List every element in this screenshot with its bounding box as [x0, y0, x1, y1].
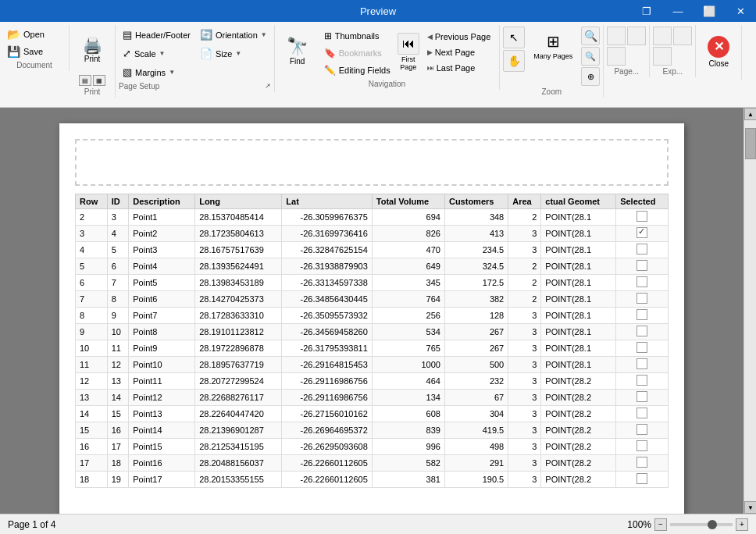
table-cell-5-3: 28.14270425373: [195, 291, 282, 308]
table-cell-8-3: 28.19722896878: [195, 340, 282, 357]
checkbox-11[interactable]: [637, 391, 647, 402]
table-cell-3-6: 324.5: [444, 258, 508, 275]
page-setup-expand-icon[interactable]: ↗: [265, 82, 271, 90]
scroll-track[interactable]: [744, 120, 756, 501]
binoculars-icon: 🔭: [287, 38, 308, 55]
zoom-slider[interactable]: [670, 523, 733, 526]
table-cell-16-3: 28.20153355155: [195, 472, 282, 488]
checkbox-3[interactable]: [637, 260, 647, 271]
table-cell-14-2: Point15: [129, 439, 195, 455]
data-table: Row ID Description Long Lat Total Volume…: [75, 194, 669, 488]
prev-page-triangle: ◀: [427, 33, 433, 41]
page-paper: Row ID Description Long Lat Total Volume…: [59, 123, 684, 514]
print-button[interactable]: 🖨️ Print: [73, 27, 112, 73]
table-cell-3-9: [616, 258, 669, 275]
checkbox-0[interactable]: [637, 211, 647, 222]
checkbox-7[interactable]: [637, 326, 647, 336]
table-cell-4-1: 7: [107, 275, 129, 291]
page-icon2[interactable]: [627, 27, 646, 45]
scroll-thumb[interactable]: [745, 128, 756, 159]
open-button[interactable]: 📂 Open: [3, 27, 66, 42]
checkbox-8[interactable]: [637, 342, 647, 353]
table-cell-11-0: 13: [76, 390, 108, 406]
close-window-button[interactable]: ✕: [725, 0, 756, 22]
find-button[interactable]: 🔭 Find: [278, 27, 317, 77]
prev-page-button[interactable]: ◀ Previous Page: [422, 30, 497, 44]
checkbox-16[interactable]: [637, 473, 647, 484]
hand-tool-button[interactable]: ✋: [503, 50, 525, 72]
many-pages-button[interactable]: ⊞ Many Pages: [526, 27, 579, 66]
table-cell-7-1: 10: [107, 324, 129, 340]
many-pages-icon: ⊞: [547, 32, 560, 51]
scale-button[interactable]: ⤢ Scale ▼: [119, 45, 194, 62]
zoom-increase-button[interactable]: +: [736, 518, 748, 531]
table-cell-10-8: POINT(28.2: [541, 373, 616, 390]
margins-button[interactable]: ▧ Margins ▼: [119, 64, 194, 80]
last-page-button[interactable]: ⏭ Last Page: [422, 61, 497, 75]
checkbox-2[interactable]: [637, 244, 647, 255]
checkbox-13[interactable]: [637, 424, 647, 435]
checkbox-10[interactable]: [637, 375, 647, 386]
size-button[interactable]: 📄 Size ▼: [196, 45, 271, 62]
thumbnails-button[interactable]: ⊞ Thumbnails: [320, 28, 394, 44]
checkbox-12[interactable]: [637, 408, 647, 418]
next-page-button[interactable]: ▶ Next Page: [422, 45, 497, 59]
export-icon1[interactable]: [653, 27, 672, 45]
table-row: 78Point628.14270425373-26.34856430445764…: [76, 291, 669, 308]
checkbox-4[interactable]: [637, 276, 647, 287]
table-cell-15-5: 582: [372, 455, 444, 472]
first-page-button[interactable]: ⏮: [398, 33, 419, 55]
table-cell-9-8: POINT(28.1: [541, 357, 616, 373]
table-cell-11-6: 67: [444, 390, 508, 406]
table-cell-15-1: 18: [107, 455, 129, 472]
zoom-out-button[interactable]: 🔍: [581, 47, 600, 66]
table-cell-1-7: 3: [508, 226, 541, 242]
save-button[interactable]: 💾 Save: [3, 44, 66, 59]
table-row: 1314Point1228.22688276117-26.29116986756…: [76, 390, 669, 406]
zoom-in-button[interactable]: 🔍: [581, 27, 600, 45]
checkbox-15[interactable]: [637, 457, 647, 468]
col-header-id: ID: [107, 194, 129, 209]
table-cell-9-3: 28.18957637719: [195, 357, 282, 373]
restore-button[interactable]: ❐: [631, 0, 662, 22]
page-canvas[interactable]: Row ID Description Long Lat Total Volume…: [0, 108, 744, 514]
close-preview-button[interactable]: ✕ Close: [699, 27, 738, 77]
scroll-up-button[interactable]: ▲: [744, 108, 756, 120]
table-cell-3-4: -26.31938879903: [282, 258, 372, 275]
bookmarks-button[interactable]: 🔖 Bookmarks: [320, 45, 394, 61]
table-row: 1819Point1728.20153355155-26.22660112605…: [76, 472, 669, 488]
table-cell-6-2: Point7: [129, 308, 195, 324]
ribbon-group-document: 📂 Open 💾 Save Document: [0, 25, 70, 71]
table-cell-14-7: 3: [508, 439, 541, 455]
checkbox-1[interactable]: ✓: [637, 227, 647, 238]
export-icon2[interactable]: [673, 27, 692, 45]
header-footer-button[interactable]: ▤ Header/Footer: [119, 27, 194, 43]
table-cell-10-6: 232: [444, 373, 508, 390]
page-icon3[interactable]: [607, 47, 626, 66]
table-row: 67Point528.13983453189-26.33134597338345…: [76, 275, 669, 291]
orientation-button[interactable]: 🔄 Orientation ▼: [196, 27, 271, 43]
margins-dropdown-icon: ▼: [169, 69, 175, 76]
table-cell-14-1: 17: [107, 439, 129, 455]
table-cell-10-3: 28.20727299524: [195, 373, 282, 390]
editing-fields-button[interactable]: ✏️ Editing Fields: [320, 62, 394, 78]
table-cell-16-6: 190.5: [444, 472, 508, 488]
checkbox-5[interactable]: [637, 293, 647, 304]
zoom-options-button[interactable]: ⊕: [581, 67, 600, 86]
page-icon1[interactable]: [607, 27, 626, 45]
export-icon3[interactable]: [653, 47, 672, 66]
side-scrollbar[interactable]: ▲ ▼: [744, 108, 756, 514]
minimize-button[interactable]: —: [662, 0, 694, 22]
col-header-geometry: ctual Geomet: [541, 194, 616, 209]
zoom-decrease-button[interactable]: −: [654, 518, 667, 531]
checkbox-14[interactable]: [637, 440, 647, 451]
cursor-button[interactable]: ↖: [503, 27, 525, 48]
scroll-down-button[interactable]: ▼: [744, 501, 756, 514]
table-cell-3-0: 5: [76, 258, 108, 275]
table-cell-8-5: 765: [372, 340, 444, 357]
checkbox-6[interactable]: [637, 309, 647, 320]
ribbon-group-zoom: ↖ ✋ ⊞ Many Pages 🔍 🔍 ⊕ Zoom: [500, 25, 604, 98]
maximize-button[interactable]: ⬜: [694, 0, 725, 22]
zoom-slider-thumb[interactable]: [708, 520, 717, 529]
checkbox-9[interactable]: [637, 358, 647, 369]
